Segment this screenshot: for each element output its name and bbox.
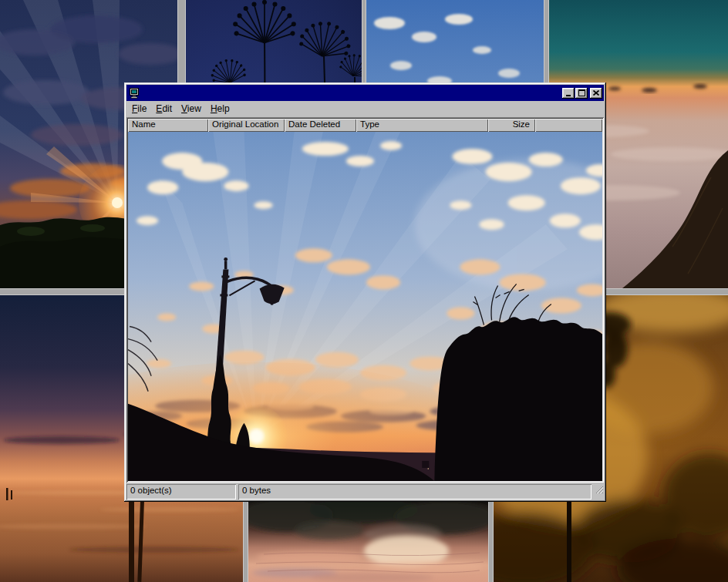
column-header-original-location[interactable]: Original Location bbox=[208, 119, 285, 132]
minimize-icon bbox=[565, 90, 572, 96]
close-button[interactable] bbox=[590, 88, 602, 99]
column-header-date-deleted[interactable]: Date Deleted bbox=[285, 119, 356, 132]
minimize-button[interactable] bbox=[562, 88, 575, 99]
status-bar: 0 object(s) 0 bytes bbox=[126, 484, 604, 500]
file-list-area[interactable]: pingo bbox=[128, 132, 602, 481]
file-list-control: Name Original Location Date Deleted Type… bbox=[126, 117, 604, 483]
recycle-bin-window: File Edit View Help Name Original Locati… bbox=[124, 82, 606, 502]
status-object-count: 0 object(s) bbox=[126, 484, 236, 500]
column-header-blank bbox=[535, 119, 602, 132]
menu-file[interactable]: File bbox=[127, 102, 151, 116]
status-byte-count: 0 bytes bbox=[238, 484, 592, 500]
resize-grip-icon bbox=[594, 484, 604, 494]
column-headers: Name Original Location Date Deleted Type… bbox=[128, 119, 602, 132]
column-header-size[interactable]: Size bbox=[488, 119, 535, 132]
menu-bar: File Edit View Help bbox=[126, 101, 604, 116]
close-icon bbox=[593, 90, 599, 96]
menu-edit[interactable]: Edit bbox=[151, 102, 177, 116]
maximize-button[interactable] bbox=[575, 88, 588, 99]
desktop: { "desktop": { "gap_color": "#a6a6a6", "… bbox=[0, 0, 728, 582]
column-header-type[interactable]: Type bbox=[356, 119, 488, 132]
menu-help[interactable]: Help bbox=[206, 102, 234, 116]
resize-grip[interactable] bbox=[594, 484, 604, 500]
menu-view[interactable]: View bbox=[177, 102, 206, 116]
maximize-icon bbox=[578, 89, 585, 96]
column-header-name[interactable]: Name bbox=[128, 119, 208, 132]
window-system-icon[interactable] bbox=[129, 88, 140, 99]
title-bar[interactable] bbox=[126, 85, 604, 101]
